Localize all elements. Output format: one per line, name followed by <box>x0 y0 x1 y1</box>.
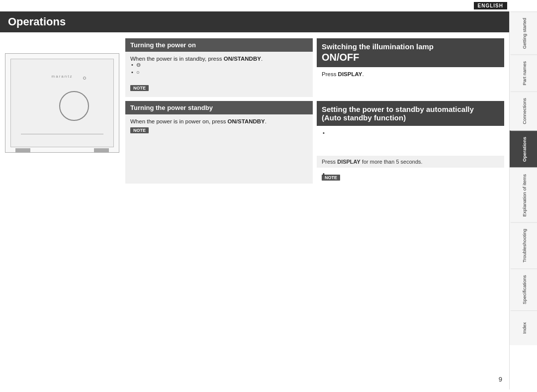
right-grid: Turning the power on When the power is i… <box>125 38 504 184</box>
sidebar-tab-specifications-label: Specifications <box>522 275 527 304</box>
turning-power-on-block: Turning the power on When the power is i… <box>125 38 313 97</box>
auto-standby-title-text: Setting the power to standby automatical… <box>322 105 474 113</box>
turning-power-standby-bold: ON/STANDBY <box>226 118 265 124</box>
sidebar-tab-operations[interactable]: Operations <box>510 130 537 168</box>
sidebar-tab-index-label: Index <box>522 322 527 334</box>
auto-standby-content-main: Press DISPLAY for more than 5 seconds. <box>317 156 504 168</box>
note-badge-1: NOTE <box>130 85 149 91</box>
main-content: Operations marantz <box>0 11 509 390</box>
auto-standby-bullets: NOTE <box>317 168 504 184</box>
turning-power-on-title: Turning the power on <box>125 38 313 52</box>
turning-power-standby-content: When the power is in power on, press ON/… <box>125 114 313 184</box>
turning-power-standby-title: Turning the power standby <box>125 101 313 114</box>
switching-lamp-content: Press DISPLAY. <box>317 67 504 97</box>
sidebar-tab-troubleshooting-label: Troubleshooting <box>522 229 527 263</box>
section-header: Operations <box>0 11 509 32</box>
sidebar-tab-connections[interactable]: Connections <box>510 92 537 130</box>
row-2: Turning the power standby When the power… <box>125 101 504 184</box>
turning-power-on-bold: ON/STANDBY <box>222 56 261 62</box>
section-title: Operations <box>8 15 66 28</box>
divider-1 <box>313 38 317 97</box>
turning-power-standby-text: When the power is in power on, press ON/… <box>130 118 267 124</box>
device-brand: marantz <box>52 74 73 79</box>
sidebar-tab-part-names[interactable]: Part names <box>510 55 537 92</box>
sidebar-tab-getting-started[interactable]: Getting started <box>510 11 537 55</box>
turning-power-on-text: When the power is in standby, press ON/S… <box>130 56 263 62</box>
content-body: marantz Turning the power on <box>0 38 509 184</box>
gap-1 <box>125 97 504 101</box>
switching-lamp-text: Press DISPLAY. <box>322 71 364 77</box>
auto-standby-title: Setting the power to standby automatical… <box>317 101 504 126</box>
switching-lamp-subtitle: ON/OFF <box>322 52 499 63</box>
switching-lamp-title: Switching the illumination lamp ON/OFF <box>317 38 504 67</box>
sidebar-tab-operations-label: Operations <box>522 137 527 162</box>
sidebar-tab-specifications[interactable]: Specifications <box>510 269 537 310</box>
auto-standby-bold: DISPLAY <box>336 159 360 165</box>
page-wrapper: Operations marantz <box>0 11 537 390</box>
sidebar-tab-part-names-label: Part names <box>522 61 527 86</box>
device-foot-right <box>94 148 109 152</box>
turning-power-on-content: When the power is in standby, press ON/S… <box>125 52 313 97</box>
auto-standby-block: Setting the power to standby automatical… <box>317 101 504 184</box>
bullet-circle: ○ <box>130 69 308 75</box>
sidebar-tab-explanation-label: Explanation of items <box>522 174 527 217</box>
page-number: 9 <box>499 376 502 383</box>
switching-lamp-bold: DISPLAY <box>336 71 362 77</box>
sidebar-tab-explanation[interactable]: Explanation of items <box>510 168 537 223</box>
auto-standby-content-bullet1 <box>317 126 504 156</box>
sidebar-tab-connections-label: Connections <box>522 98 527 124</box>
bullet-minus: ⊖ <box>130 62 308 68</box>
sidebar-tab-index[interactable]: Index <box>510 310 537 345</box>
divider-2 <box>313 101 317 184</box>
device-feet <box>15 148 109 152</box>
device-circle <box>59 91 89 121</box>
switching-lamp-title-text: Switching the illumination lamp <box>322 42 434 51</box>
note-badge-2: NOTE <box>130 127 149 133</box>
sidebar-tab-getting-started-label: Getting started <box>522 18 527 49</box>
device-inner: marantz <box>10 59 114 147</box>
device-dot <box>83 77 86 80</box>
device-foot-left <box>15 148 30 152</box>
sidebar-tab-troubleshooting[interactable]: Troubleshooting <box>510 222 537 269</box>
device-illustration: marantz <box>5 53 119 153</box>
right-sidebar: Getting started Part names Connections O… <box>509 11 537 390</box>
auto-standby-subtitle: (Auto standby function) <box>322 113 406 122</box>
language-badge: ENGLISH <box>474 2 507 9</box>
top-bar: ENGLISH <box>0 0 537 11</box>
row-1: Turning the power on When the power is i… <box>125 38 504 97</box>
device-line <box>21 134 103 135</box>
switching-lamp-block: Switching the illumination lamp ON/OFF P… <box>317 38 504 97</box>
auto-standby-display-text: Press DISPLAY for more than 5 seconds. <box>322 159 423 165</box>
turning-power-standby-block: Turning the power standby When the power… <box>125 101 313 184</box>
